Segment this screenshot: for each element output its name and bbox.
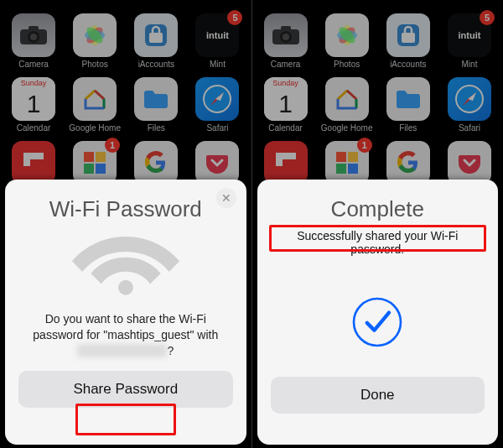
phone-right: CameraPhotosiAccountsintuit5MintSunday1C…: [252, 0, 504, 448]
done-button[interactable]: Done: [271, 377, 485, 414]
share-prompt-text: Do you want to share the Wi-Fi password …: [18, 311, 233, 359]
svg-point-32: [354, 299, 401, 346]
success-check-icon: [271, 293, 485, 352]
share-password-button[interactable]: Share Password: [18, 371, 233, 408]
phone-left: CameraPhotosiAccountsintuit5MintSunday1C…: [0, 0, 252, 448]
close-icon: ✕: [221, 191, 231, 205]
complete-message: Successfully shared your Wi-Fi password.: [271, 229, 485, 256]
wifi-icon: [18, 229, 233, 305]
wifi-share-sheet: ✕ Wi-Fi Password Do you want to share th…: [5, 180, 246, 445]
sheet-title: Complete: [271, 196, 485, 222]
wifi-complete-sheet: Complete Successfully shared your Wi-Fi …: [257, 180, 499, 445]
sheet-title: Wi-Fi Password: [18, 196, 233, 222]
highlight-share-button: [75, 404, 176, 435]
close-button[interactable]: ✕: [216, 188, 236, 208]
